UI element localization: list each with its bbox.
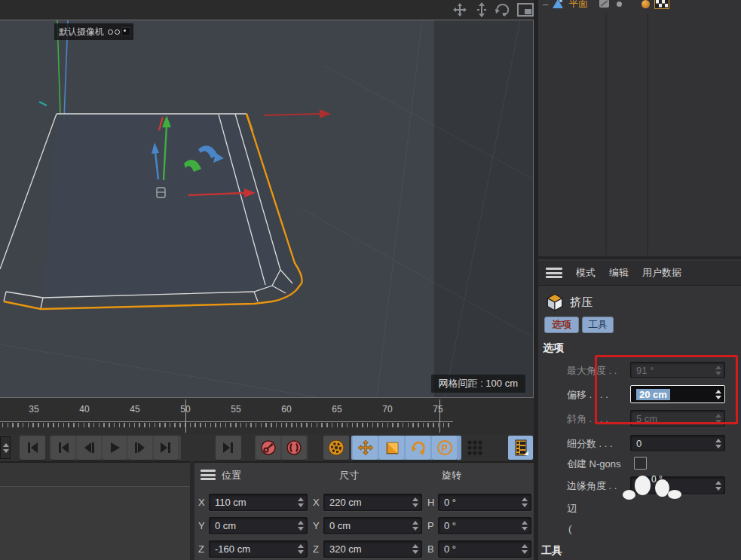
key-parameter-button[interactable]: P (432, 436, 457, 460)
rotation-h-field[interactable]: 0 ° (438, 494, 531, 511)
next-frame-button[interactable] (128, 436, 152, 460)
rotation-h-value: 0 ° (444, 497, 456, 508)
object-manager[interactable]: ‒ 平面 (538, 0, 741, 259)
key-position-button[interactable] (353, 436, 378, 460)
size-x-field[interactable]: 220 cm (323, 494, 422, 511)
rotate-icon (410, 439, 427, 456)
next-key-icon (158, 440, 173, 455)
rotation-p-field[interactable]: 0 ° (438, 517, 531, 534)
spinner[interactable] (410, 518, 420, 534)
column-divider (605, 14, 607, 255)
spinner[interactable] (713, 477, 723, 494)
attribute-manager-menubar: 模式 编辑 用户数据 (538, 261, 741, 286)
visibility-toggle-icon[interactable] (599, 0, 611, 9)
timeline-marker[interactable] (439, 399, 440, 433)
timeline-ruler[interactable]: 35 40 45 50 55 60 65 70 75 0 F (0, 398, 535, 434)
position-y-field[interactable]: 0 cm (209, 517, 308, 534)
ngons-label: 创建 N-gons (567, 457, 621, 471)
previous-key-icon (56, 440, 71, 455)
tab-options[interactable]: 选项 (544, 317, 579, 333)
spinner[interactable] (410, 494, 420, 510)
scale-icon (384, 439, 400, 456)
object-row-plane[interactable]: ‒ 平面 (538, 0, 669, 12)
axis-label: B (427, 543, 434, 555)
tab-tool[interactable]: 工具 (582, 317, 614, 333)
texture-tag-icon[interactable] (654, 0, 669, 9)
scene-canvas[interactable] (0, 20, 532, 397)
camera-hud-icons (108, 27, 130, 36)
partial-row-text: 辺 (567, 502, 577, 516)
key-rotation-button[interactable] (406, 436, 430, 460)
axis-label: P (427, 520, 434, 531)
ngons-checkbox[interactable] (634, 457, 647, 470)
section-options[interactable]: 选项 (543, 341, 564, 355)
subdivision-field[interactable]: 0 (630, 435, 725, 451)
hamburger-icon[interactable] (201, 470, 216, 480)
size-z-field[interactable]: 320 cm (323, 540, 422, 558)
position-z-field[interactable]: -160 cm (209, 540, 308, 558)
material-manager-panel[interactable] (0, 461, 190, 560)
next-key-button[interactable] (154, 436, 178, 460)
viewport-3d[interactable]: 默认摄像机 网格间距 : 100 cm (0, 20, 534, 398)
axis-label: X (198, 497, 205, 508)
go-to-start-button[interactable] (20, 436, 45, 460)
right-panel: ‒ 平面 模式 编辑 用户数据 (538, 0, 741, 560)
object-name[interactable]: 平面 (568, 0, 588, 11)
camera-label[interactable]: 默认摄像机 (54, 23, 133, 40)
record-keyframe-button[interactable] (256, 436, 280, 460)
extruded-plane[interactable] (0, 114, 302, 309)
menu-mode[interactable]: 模式 (576, 266, 596, 280)
autokey-button[interactable] (282, 436, 306, 460)
previous-frame-button[interactable] (77, 436, 101, 460)
value-artifact (635, 476, 651, 495)
previous-key-button[interactable] (51, 436, 75, 460)
size-y-value: 0 cm (329, 520, 351, 531)
rotation-column-title: 旋转 (442, 469, 461, 482)
spinner[interactable] (295, 494, 305, 510)
material-manager-body[interactable] (0, 487, 190, 560)
section-tools[interactable]: 工具 (541, 544, 562, 558)
spinner[interactable] (295, 541, 305, 557)
previous-frame-icon (81, 440, 96, 455)
position-x-field[interactable]: 110 cm (209, 494, 308, 511)
partial-row-text: ( (568, 523, 571, 534)
size-y-field[interactable]: 0 cm (323, 517, 422, 534)
column-divider (647, 14, 648, 255)
material-ball-icon[interactable] (641, 0, 650, 8)
rotate-view-icon[interactable] (493, 2, 513, 17)
dolly-icon[interactable] (472, 2, 491, 17)
rotation-p-value: 0 ° (444, 520, 456, 531)
axis-label: Z (198, 543, 204, 555)
ruler-tick: 35 (24, 404, 44, 415)
rotation-b-value: 0 ° (444, 543, 456, 555)
axis-label: H (427, 497, 434, 508)
hamburger-icon[interactable] (546, 268, 562, 278)
subdivision-value: 0 (636, 438, 641, 449)
menu-edit[interactable]: 编辑 (609, 266, 629, 280)
layer-dot-icon[interactable] (617, 2, 622, 7)
timeline-marker[interactable] (185, 399, 186, 433)
extrude-object-icon (544, 291, 565, 312)
play-button[interactable] (103, 436, 127, 460)
spinner[interactable] (295, 518, 305, 534)
play-icon (107, 440, 122, 455)
filmstrip-icon (513, 439, 529, 457)
go-to-end-button[interactable] (216, 436, 241, 460)
spinner[interactable] (519, 518, 529, 534)
c4d-window: 默认摄像机 网格间距 : 100 cm 35 40 45 50 55 60 65… (0, 0, 741, 560)
key-scale-button[interactable] (379, 436, 404, 460)
spinner[interactable] (713, 436, 723, 451)
keying-settings-button[interactable] (323, 436, 349, 460)
timeline-start-spinner[interactable] (0, 436, 11, 459)
layout-toggle-icon[interactable] (516, 2, 535, 17)
spinner[interactable] (519, 541, 529, 557)
keyframe-dots-button[interactable] (464, 436, 486, 460)
motion-system-button[interactable] (508, 436, 533, 460)
keyframe-dots-icon (466, 439, 484, 457)
menu-userdata[interactable]: 用户数据 (642, 266, 681, 280)
spinner[interactable] (410, 541, 420, 557)
pan-icon[interactable] (450, 2, 470, 17)
rotation-b-field[interactable]: 0 ° (438, 540, 531, 558)
spinner[interactable] (519, 494, 529, 510)
expand-icon[interactable]: ‒ (543, 0, 548, 10)
